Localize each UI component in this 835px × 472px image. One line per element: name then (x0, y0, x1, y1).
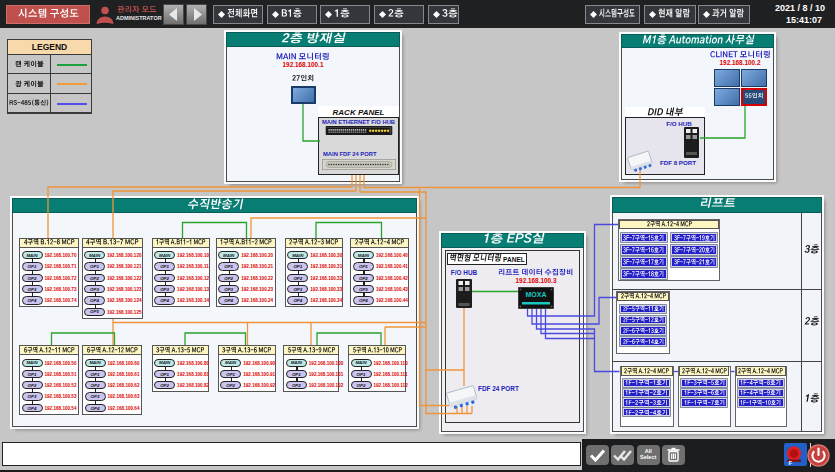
svg-text:MOXA: MOXA (526, 291, 547, 298)
svg-text:F: F (789, 460, 793, 466)
